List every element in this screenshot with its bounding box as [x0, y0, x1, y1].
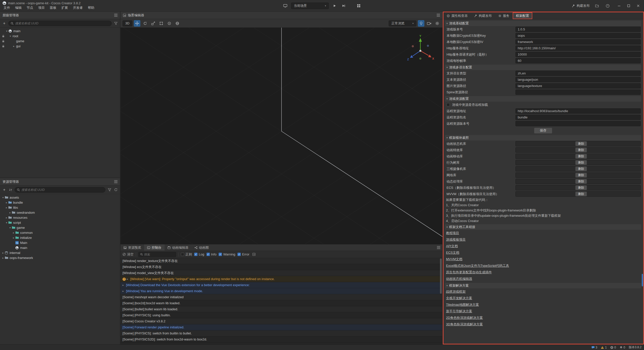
log-row[interactable]: !▸[Window] [Vue warn]: Property "onInput…: [120, 276, 442, 282]
camera-icon[interactable]: [426, 20, 432, 27]
expand-arrow-icon[interactable]: ▸: [1, 251, 5, 254]
orientation-gizmo[interactable]: Y X Z: [405, 35, 435, 65]
inspector-tab[interactable]: 服务: [495, 12, 513, 19]
module-input[interactable]: 删除: [515, 154, 641, 159]
property-input[interactable]: 10000: [515, 52, 641, 57]
property-input[interactable]: oops: [515, 33, 641, 38]
minimize-button[interactable]: [615, 2, 623, 10]
inspector-scrollbar[interactable]: [642, 274, 643, 286]
module-input[interactable]: 删除: [515, 191, 641, 197]
section-header[interactable]: ▾框架文档工具链接: [445, 224, 641, 230]
world-local-toggle-icon[interactable]: [174, 20, 181, 27]
log-row[interactable]: [Scene] [PHYSICS]: using builtin.: [120, 312, 442, 318]
add-asset-button[interactable]: +: [2, 188, 7, 192]
doc-link[interactable]: 教程项目: [446, 231, 459, 235]
tree-row[interactable]: ▸oops-framework: [0, 255, 120, 260]
lock-icon[interactable]: [1, 35, 5, 37]
layout-grid-icon[interactable]: [355, 3, 362, 9]
module-input[interactable]: 删除: [515, 185, 641, 190]
collapse-arrow-icon[interactable]: ▾: [5, 30, 9, 32]
tree-row[interactable]: TSMain: [0, 240, 120, 245]
menubar-item[interactable]: 开发者: [70, 5, 85, 11]
property-input[interactable]: language/texture: [515, 83, 641, 89]
error-count-badge[interactable]: 0: [610, 346, 616, 349]
tree-row[interactable]: ▾root: [0, 33, 120, 38]
panel-menu-icon[interactable]: [437, 14, 440, 17]
tree-row[interactable]: game: [0, 38, 120, 43]
delete-button[interactable]: 删除: [575, 173, 587, 178]
section-header[interactable]: ▾游戏多语言配置: [445, 65, 641, 70]
section-header[interactable]: ▾框架模块裁剪: [445, 135, 641, 141]
gear-icon[interactable]: [434, 20, 440, 27]
expand-arrow-icon[interactable]: ▸: [123, 290, 126, 292]
log-row[interactable]: [Scene] [PHYSICS]: switch from builtin t…: [120, 330, 442, 336]
property-input[interactable]: bundle: [515, 115, 641, 120]
doc-link[interactable]: 游戏模板项目: [446, 237, 466, 242]
save-button[interactable]: 保存: [534, 128, 552, 134]
console-tab[interactable]: 资源预览: [120, 244, 144, 251]
delete-button[interactable]: 删除: [575, 192, 587, 196]
doc-link[interactable]: 原生包热更新配置自动生成插件: [446, 270, 492, 275]
inspector-tab[interactable]: 构建发布: [471, 12, 495, 19]
tree-row[interactable]: ▸internal: [0, 250, 120, 255]
checkbox-icon[interactable]: ✓: [194, 253, 197, 256]
menubar-item[interactable]: 文件: [1, 5, 13, 11]
refresh-icon[interactable]: [113, 188, 118, 191]
delete-button[interactable]: 删除: [575, 185, 587, 190]
console-search-input[interactable]: [144, 253, 174, 256]
property-input[interactable]: zh,en: [515, 71, 641, 76]
filter-icon[interactable]: [113, 22, 118, 25]
doc-link[interactable]: API文档: [446, 244, 458, 248]
collapse-arrow-icon[interactable]: ▾: [9, 35, 12, 37]
tree-row[interactable]: ▾script: [0, 220, 120, 225]
property-input[interactable]: [515, 90, 641, 95]
module-input[interactable]: 删除: [515, 166, 641, 171]
property-input[interactable]: 1.0.5: [515, 27, 641, 32]
log-row[interactable]: ▸[Window] Download the Vue Devtools exte…: [120, 282, 442, 288]
expand-arrow-icon[interactable]: ▸: [12, 45, 16, 48]
expand-arrow-icon[interactable]: ▸: [5, 216, 8, 219]
console-searchbox[interactable]: [138, 252, 176, 257]
console-scrollbar[interactable]: [440, 258, 442, 294]
pivot-tool-icon[interactable]: [166, 20, 173, 27]
log-row[interactable]: ▸[Window] You are running Vue in develop…: [120, 288, 442, 294]
doc-link[interactable]: 全栈开发解决方案: [446, 296, 472, 300]
delete-button[interactable]: 删除: [575, 148, 587, 152]
preview-device-icon[interactable]: [282, 3, 289, 9]
collapse-arrow-icon[interactable]: ▾: [1, 196, 5, 199]
tree-row[interactable]: ▸resources: [0, 215, 120, 220]
scene-select[interactable]: 当前场景 ▾: [291, 3, 329, 9]
scale-tool-icon[interactable]: [150, 20, 156, 27]
notice-count-badge[interactable]: 0: [620, 346, 625, 349]
doc-link[interactable]: 新手引导解决方案: [446, 309, 472, 314]
tree-row[interactable]: ▾main: [0, 28, 120, 33]
tree-row[interactable]: ▾assets: [0, 195, 120, 200]
delete-button[interactable]: 删除: [575, 179, 587, 184]
tree-row[interactable]: ▸libs: [0, 205, 120, 210]
tree-row[interactable]: ▸gui: [0, 43, 120, 49]
hierarchy-searchbox[interactable]: [8, 21, 112, 26]
section-header[interactable]: ▾框架解决方案: [445, 283, 641, 288]
dimension-toggle-button[interactable]: 3D: [123, 20, 132, 26]
filter-warning-toggle[interactable]: ✓Warning: [219, 252, 235, 256]
panel-menu-icon[interactable]: [114, 14, 117, 17]
filter-error-toggle[interactable]: ✓Error: [237, 252, 249, 256]
inspector-tab[interactable]: 属性检查器: [444, 12, 471, 19]
log-row[interactable]: [Scene] meshopt wasm decoder initialized: [120, 294, 442, 300]
collapse-arrow-icon[interactable]: ▾: [8, 226, 12, 229]
inspector-tab[interactable]: 框架配置: [513, 12, 532, 19]
menubar-item[interactable]: 项目: [36, 5, 47, 11]
log-row[interactable]: [Window] render_texture文件夹不存在: [120, 258, 442, 264]
hierarchy-search-input[interactable]: [15, 22, 109, 25]
checkbox-icon[interactable]: ✓: [219, 253, 222, 256]
checkbox-icon[interactable]: ✓: [207, 253, 210, 256]
view-mode-select[interactable]: 正常浏览 ▾: [389, 20, 416, 26]
property-input[interactable]: 60: [515, 58, 641, 63]
doc-link[interactable]: ECS文档: [446, 250, 459, 255]
console-tab[interactable]: 动画编辑器: [165, 244, 191, 251]
doc-link[interactable]: 2D角色扮演游戏解决方案: [446, 316, 483, 320]
property-input[interactable]: language/json: [515, 77, 641, 82]
console-tab[interactable]: 控制台: [144, 244, 165, 251]
export-log-icon[interactable]: [252, 253, 256, 256]
log-row[interactable]: [Window] model_view文件夹不存在: [120, 270, 442, 276]
